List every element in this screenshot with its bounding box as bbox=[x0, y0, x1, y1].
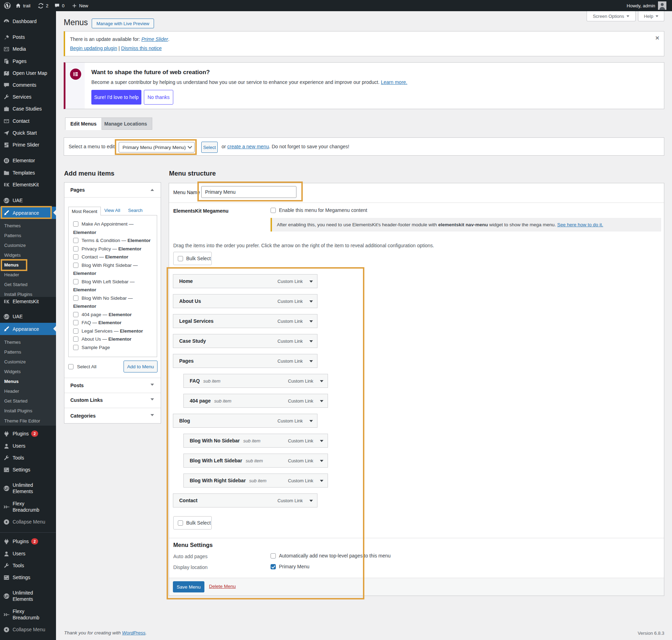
expand-arrow-icon[interactable] bbox=[309, 420, 313, 424]
page-item-checkbox[interactable] bbox=[73, 320, 78, 325]
menu-item-blog-with-left-sidebar[interactable]: Blog With Left Sidebarsub itemCustom Lin… bbox=[183, 454, 328, 468]
primary-menu-checkbox[interactable] bbox=[271, 564, 276, 569]
expand-arrow-icon[interactable] bbox=[150, 398, 154, 402]
create-new-menu-link[interactable]: create a new menu bbox=[227, 144, 269, 149]
posts-section-title: Posts bbox=[70, 383, 84, 388]
page-item-checkbox[interactable] bbox=[73, 238, 78, 243]
menu-item-404-page[interactable]: 404 pagesub itemCustom Link bbox=[183, 394, 328, 408]
manage-live-preview-button[interactable]: Manage with Live Preview bbox=[92, 19, 154, 28]
wordpress-link[interactable]: WordPress bbox=[122, 630, 146, 635]
page-item-checkbox[interactable] bbox=[73, 296, 78, 301]
auto-add-pages-checkbox[interactable] bbox=[271, 553, 276, 559]
page-item-checkbox[interactable] bbox=[73, 263, 78, 268]
expand-arrow-icon[interactable] bbox=[309, 300, 313, 304]
bulk-select-checkbox[interactable] bbox=[178, 520, 183, 526]
dismiss-this-notice-link[interactable]: Dismiss this notice bbox=[121, 45, 162, 51]
admin-bar-site-name[interactable]: trail bbox=[15, 0, 30, 11]
screen-options-button[interactable]: Screen Options bbox=[587, 11, 636, 21]
menu-item-blog[interactable]: BlogCustom Link bbox=[173, 414, 317, 428]
wordpress-logo-menu[interactable] bbox=[4, 0, 11, 11]
page-item-checkbox[interactable] bbox=[73, 221, 78, 227]
expand-arrow-icon[interactable] bbox=[309, 360, 313, 364]
collapse-arrow-icon[interactable] bbox=[150, 187, 154, 191]
menu-item-pages[interactable]: PagesCustom Link bbox=[173, 354, 317, 368]
expand-arrow-icon[interactable] bbox=[309, 500, 313, 504]
menu-item-title: Contact bbox=[179, 498, 197, 503]
menu-item-blog-with-no-sidebar[interactable]: Blog With No Sidebarsub itemCustom Link bbox=[183, 434, 328, 448]
menu-item-legal-services[interactable]: Legal ServicesCustom Link bbox=[173, 314, 317, 328]
menu-item-faq[interactable]: FAQsub itemCustom Link bbox=[183, 374, 328, 388]
expand-arrow-icon[interactable] bbox=[320, 400, 323, 404]
tab-manage-locations[interactable]: Manage Locations bbox=[99, 118, 152, 130]
save-menu-button[interactable]: Save Menu bbox=[173, 581, 204, 592]
add-menu-items-heading: Add menu items bbox=[64, 170, 114, 177]
admin-bar-account[interactable]: Howdy, admin bbox=[627, 0, 655, 11]
tab-view-all[interactable]: View All bbox=[104, 208, 120, 213]
begin-updating-plugin-link[interactable]: Begin updating plugin bbox=[70, 45, 117, 51]
page-item-checkbox[interactable] bbox=[73, 279, 78, 284]
admin-bar-comments[interactable]: 0 bbox=[54, 0, 64, 11]
select-menu-row: Select a menu to edit: Primary Menu (Pri… bbox=[64, 137, 664, 156]
expand-arrow-icon[interactable] bbox=[309, 340, 313, 344]
page-item-checkbox[interactable] bbox=[73, 345, 78, 350]
sub-item-tag: sub item bbox=[249, 478, 266, 483]
expand-arrow-icon[interactable] bbox=[150, 414, 154, 418]
menu-item-type: Custom Link bbox=[288, 438, 313, 443]
page-item-label: 404 page bbox=[82, 312, 101, 317]
page-item-checkbox[interactable] bbox=[73, 328, 78, 334]
page-item-checkbox[interactable] bbox=[73, 312, 78, 317]
page-item-checkbox[interactable] bbox=[73, 336, 78, 342]
menu-select-dropdown[interactable]: Primary Menu (Primary Menu) bbox=[119, 142, 195, 152]
menu-item-contact[interactable]: ContactCustom Link bbox=[173, 493, 317, 507]
expand-arrow-icon[interactable] bbox=[320, 480, 323, 484]
page-item-state: Elementor bbox=[105, 254, 128, 259]
menu-select-value: Primary Menu (Primary Menu) bbox=[122, 145, 186, 150]
update-notice: There is an update available for: Prime … bbox=[64, 31, 664, 56]
avatar[interactable] bbox=[658, 1, 666, 10]
select-all-label: Select All bbox=[77, 364, 97, 369]
page-checkbox-item-legal-services: Legal Services — Elementor bbox=[73, 327, 153, 335]
expand-arrow-icon[interactable] bbox=[309, 280, 313, 284]
expand-arrow-icon[interactable] bbox=[320, 460, 323, 464]
delete-menu-link[interactable]: Delete Menu bbox=[209, 584, 236, 589]
tab-search[interactable]: Search bbox=[128, 208, 142, 213]
menu-item-title: Blog With Right Sidebar bbox=[190, 478, 246, 483]
megamenu-info-box: After enabling this, you need to use Ele… bbox=[271, 218, 661, 232]
dismiss-notice-icon[interactable]: ✕ bbox=[653, 34, 661, 42]
page-item-checkbox[interactable] bbox=[73, 246, 78, 251]
elementor-accept-button[interactable]: Sure! I'd love to help bbox=[91, 90, 141, 105]
learn-more-link[interactable]: Learn more. bbox=[381, 79, 407, 85]
appearance-submenu-panel bbox=[0, 219, 56, 297]
bulk-select-checkbox[interactable] bbox=[178, 256, 183, 261]
sub-item-tag: sub item bbox=[246, 458, 263, 463]
site-name-label: trail bbox=[23, 3, 30, 8]
expand-arrow-icon[interactable] bbox=[309, 320, 313, 324]
select-button[interactable]: Select bbox=[201, 142, 218, 153]
see-here-how-link[interactable]: See here how to do it. bbox=[557, 222, 603, 227]
menu-item-home[interactable]: HomeCustom Link bbox=[173, 274, 317, 288]
enable-megamenu-checkbox[interactable] bbox=[271, 208, 276, 213]
menu-item-blog-with-right-sidebar[interactable]: Blog With Right Sidebarsub itemCustom Li… bbox=[183, 474, 328, 488]
tab-most-recent[interactable]: Most Recent bbox=[68, 207, 101, 215]
elementor-decline-button[interactable]: No thanks bbox=[144, 90, 173, 105]
footer-version: Version 6.8.3 bbox=[638, 631, 664, 636]
page-item-checkbox[interactable] bbox=[73, 254, 78, 259]
expand-arrow-icon[interactable] bbox=[320, 440, 323, 444]
tab-edit-menus[interactable]: Edit Menus bbox=[65, 118, 102, 130]
expand-arrow-icon[interactable] bbox=[150, 384, 154, 387]
auto-add-pages-option-label: Automatically add new top-level pages to… bbox=[279, 553, 391, 559]
admin-bar-new[interactable]: New bbox=[72, 0, 88, 11]
page-item-state: Elementor bbox=[73, 304, 96, 309]
menu-item-type: Custom Link bbox=[288, 458, 313, 463]
admin-bar-updates[interactable]: 2 bbox=[38, 0, 48, 11]
menu-item-case-study[interactable]: Case StudyCustom Link bbox=[173, 334, 317, 348]
menu-name-input[interactable]: Primary Menu bbox=[201, 186, 296, 198]
page-checkbox-item-make-an-appointment: Make An Appointment — Elementor bbox=[73, 220, 153, 236]
menu-settings-heading: Menu Settings bbox=[173, 542, 213, 548]
menu-item-about-us[interactable]: About UsCustom Link bbox=[173, 294, 317, 308]
help-button[interactable]: Help bbox=[638, 11, 664, 21]
prime-slider-link[interactable]: Prime Slider bbox=[141, 36, 168, 42]
add-to-menu-button[interactable]: Add to Menu bbox=[124, 361, 158, 372]
select-all-checkbox[interactable] bbox=[68, 364, 74, 369]
expand-arrow-icon[interactable] bbox=[320, 380, 323, 384]
